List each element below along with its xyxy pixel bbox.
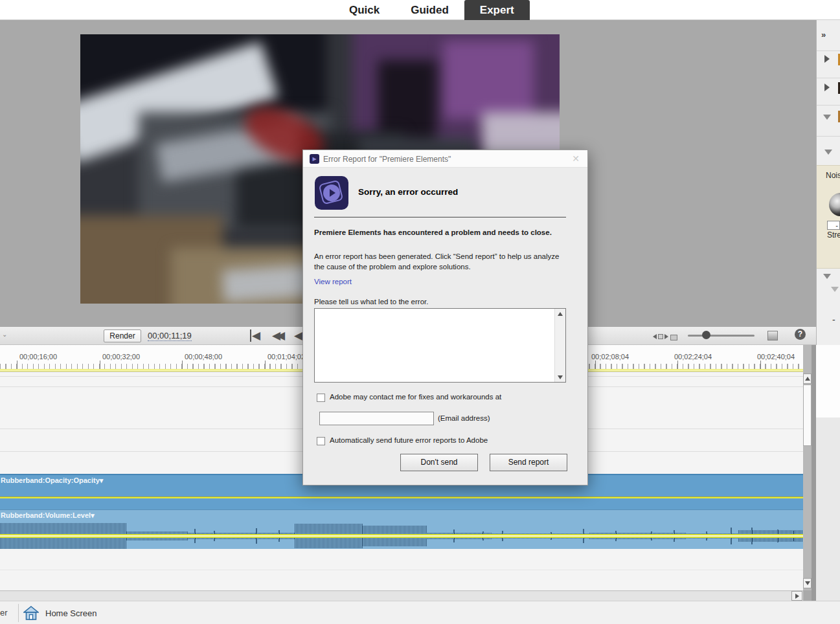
- volume-rubberband-dropdown[interactable]: Rubberband:Volume:Level▾: [1, 511, 95, 520]
- status-bar: er Home Screen: [0, 601, 840, 624]
- expand-section-icon[interactable]: [824, 84, 830, 91]
- ruler-label: 00;00;48;00: [185, 353, 222, 361]
- premiere-elements-app-icon: [315, 176, 348, 210]
- play-toggle-button[interactable]: ◀: [294, 329, 302, 342]
- divider: [18, 604, 19, 622]
- contact-me-label: Adobe may contact me for fixes and worka…: [330, 393, 501, 401]
- view-report-link[interactable]: View report: [314, 278, 352, 285]
- tab-quick[interactable]: Quick: [334, 0, 395, 20]
- noise-label: Nois: [826, 171, 840, 180]
- error-report-dialog: ▶ Error Report for "Premiere Elements" ✕…: [302, 150, 588, 485]
- close-icon[interactable]: ✕: [572, 153, 580, 164]
- collapse-section-icon[interactable]: [823, 115, 831, 120]
- opacity-rubberband-line[interactable]: [0, 496, 803, 498]
- collapse-section-icon[interactable]: [831, 287, 839, 292]
- contact-me-checkbox[interactable]: [317, 394, 325, 402]
- home-icon: [23, 605, 39, 621]
- error-prompt: Please tell us what led to the error.: [314, 298, 428, 306]
- home-screen-button[interactable]: Home Screen: [23, 603, 96, 623]
- ruler-label: 00;01;04;02: [267, 353, 305, 361]
- zoom-large-icon[interactable]: [767, 331, 778, 340]
- tab-expert[interactable]: Expert: [464, 0, 530, 20]
- current-timecode[interactable]: 00;00;11;19: [148, 331, 192, 341]
- opacity-rubberband-dropdown[interactable]: Rubberband:Opacity:Opacity▾: [1, 476, 103, 485]
- dont-send-button[interactable]: Don't send: [400, 454, 478, 471]
- collapse-section-icon[interactable]: [824, 150, 832, 155]
- ruler-label: 00;02;24;04: [674, 353, 712, 361]
- scroll-down-button[interactable]: [803, 578, 812, 588]
- collapse-section-icon[interactable]: [823, 274, 831, 279]
- collapse-panel-icon[interactable]: »: [821, 30, 826, 39]
- app-mini-icon: ▶: [310, 154, 319, 164]
- ruler-label: 00;00;16;00: [19, 353, 57, 361]
- auto-send-label: Automatically send future error reports …: [330, 436, 488, 444]
- zoom-slider-knob[interactable]: [702, 331, 710, 339]
- play-icon: [330, 189, 335, 197]
- zoom-slider-track[interactable]: [688, 335, 755, 337]
- zoom-small-icon[interactable]: [670, 335, 677, 340]
- textarea-scrollbar[interactable]: [554, 309, 565, 382]
- scroll-down-button[interactable]: [555, 372, 565, 382]
- frame-back-button[interactable]: ◀◀: [272, 329, 281, 342]
- error-heading: Sorry, an error occurred: [358, 187, 458, 197]
- ruler-label: 00;00;32;00: [102, 353, 140, 361]
- horizontal-scroll-thumb[interactable]: [0, 592, 791, 601]
- email-field[interactable]: [319, 412, 434, 425]
- auto-send-checkbox[interactable]: [317, 437, 325, 445]
- render-button[interactable]: Render: [104, 329, 141, 342]
- dialog-titlebar[interactable]: ▶ Error Report for "Premiere Elements" ✕: [303, 150, 587, 168]
- clipped-label: er: [0, 608, 8, 618]
- error-subheading: Premiere Elements has encountered a prob…: [314, 228, 573, 236]
- separator: [314, 217, 566, 217]
- send-report-button[interactable]: Send report: [490, 454, 567, 471]
- mode-tabbar: Quick Guided Expert: [0, 0, 840, 20]
- scroll-up-button[interactable]: [803, 373, 812, 384]
- vertical-scrollbar[interactable]: [803, 345, 812, 590]
- minus-label: -: [832, 315, 835, 325]
- strength-label: Stre: [827, 230, 840, 240]
- error-description-textarea[interactable]: [314, 308, 566, 383]
- ruler-label: 00;02;08;04: [591, 353, 629, 361]
- tab-guided[interactable]: Guided: [395, 0, 464, 20]
- noise-reduction-knob[interactable]: [829, 193, 840, 216]
- audio-clip[interactable]: Rubberband:Volume:Level▾: [0, 509, 803, 549]
- go-to-start-button[interactable]: ◀: [250, 329, 260, 342]
- ruler-label: 00;02;40;04: [757, 353, 795, 361]
- noise-value-box[interactable]: -: [827, 221, 840, 230]
- horizontal-scrollbar[interactable]: [0, 590, 803, 601]
- right-panel-lower-gray: [816, 418, 840, 601]
- scroll-up-button[interactable]: [555, 309, 565, 318]
- help-icon[interactable]: ?: [795, 329, 806, 340]
- panel-edge-strip: [812, 345, 816, 601]
- premiere-elements-window: Quick Guided Expert »: [0, 0, 840, 624]
- vertical-scroll-thumb[interactable]: [803, 384, 812, 446]
- right-panel-lower-white: [816, 345, 840, 418]
- zoom-out-icon[interactable]: [653, 334, 668, 339]
- scroll-right-button[interactable]: [791, 591, 802, 601]
- volume-rubberband-line[interactable]: [0, 534, 803, 538]
- error-body-text: An error report has been generated. Clic…: [314, 251, 568, 272]
- chevron-down-icon[interactable]: ⌄: [2, 331, 7, 338]
- noise-reduction-panel: Nois - Stre: [817, 165, 840, 269]
- dialog-title: Error Report for "Premiere Elements": [323, 155, 451, 164]
- email-caption: (Email address): [438, 414, 490, 422]
- home-screen-label: Home Screen: [45, 608, 96, 618]
- expand-section-icon[interactable]: [824, 55, 830, 63]
